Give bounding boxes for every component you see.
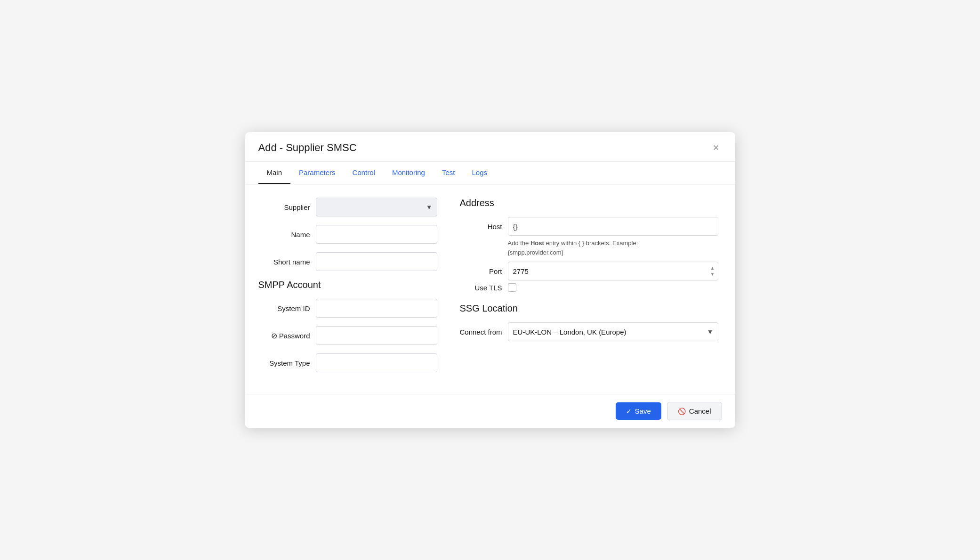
dialog-title: Add - Supplier SMSC xyxy=(258,142,357,154)
port-spinners: ▲ ▼ xyxy=(709,265,716,277)
address-section-title: Address xyxy=(460,198,718,208)
port-decrement-button[interactable]: ▼ xyxy=(709,272,716,277)
supplier-row: Supplier ▼ xyxy=(258,198,437,216)
system-id-label: System ID xyxy=(258,304,310,312)
short-name-row: Short name xyxy=(258,252,437,271)
dialog-footer: ✓ Save 🚫 Cancel xyxy=(245,394,735,428)
close-button[interactable]: × xyxy=(710,142,722,154)
port-input[interactable] xyxy=(508,262,718,280)
password-input[interactable] xyxy=(316,326,437,345)
short-name-input[interactable] xyxy=(316,252,437,271)
use-tls-checkbox[interactable] xyxy=(508,283,516,292)
tab-bar: Main Parameters Control Monitoring Test … xyxy=(245,162,735,184)
supplier-label: Supplier xyxy=(258,203,310,211)
port-label: Port xyxy=(460,267,502,275)
system-type-row: System Type xyxy=(258,353,437,372)
dialog-body: Supplier ▼ Name Short name SMPP Account xyxy=(245,184,735,394)
name-row: Name xyxy=(258,225,437,244)
tab-monitoring[interactable]: Monitoring xyxy=(384,162,434,184)
connect-from-label: Connect from xyxy=(460,328,502,336)
password-label: ⊘ Password xyxy=(258,331,310,340)
connect-from-select[interactable]: EU-UK-LON – London, UK (Europe) EU-DE-FR… xyxy=(508,322,718,341)
eye-slash-icon: ⊘ xyxy=(271,331,277,340)
connect-from-row: Connect from EU-UK-LON – London, UK (Eur… xyxy=(460,322,718,341)
short-name-label: Short name xyxy=(258,258,310,266)
host-hint: Add the Host entry within { } brackets. … xyxy=(508,239,718,257)
ban-icon: 🚫 xyxy=(678,408,686,415)
port-increment-button[interactable]: ▲ xyxy=(709,265,716,271)
name-input[interactable] xyxy=(316,225,437,244)
host-row: Host xyxy=(460,217,718,236)
name-label: Name xyxy=(258,231,310,239)
system-type-input[interactable] xyxy=(316,353,437,372)
tab-parameters[interactable]: Parameters xyxy=(290,162,344,184)
cancel-label: Cancel xyxy=(689,407,711,415)
smpp-account-section-title: SMPP Account xyxy=(258,280,437,290)
supplier-select-wrapper: ▼ xyxy=(316,198,437,216)
tab-main[interactable]: Main xyxy=(258,162,291,184)
connect-from-select-wrapper: EU-UK-LON – London, UK (Europe) EU-DE-FR… xyxy=(508,322,718,341)
tab-test[interactable]: Test xyxy=(434,162,464,184)
host-input[interactable] xyxy=(508,217,718,236)
check-icon: ✓ xyxy=(626,408,632,415)
tab-control[interactable]: Control xyxy=(344,162,384,184)
dialog-header: Add - Supplier SMSC × xyxy=(245,132,735,162)
system-id-input[interactable] xyxy=(316,299,437,318)
password-row: ⊘ Password xyxy=(258,326,437,345)
system-id-row: System ID xyxy=(258,299,437,318)
system-type-label: System Type xyxy=(258,359,310,367)
use-tls-label: Use TLS xyxy=(460,284,502,292)
left-panel: Supplier ▼ Name Short name SMPP Account xyxy=(258,198,437,381)
right-panel: Address Host Add the Host entry within {… xyxy=(460,198,718,381)
save-button[interactable]: ✓ Save xyxy=(616,402,661,420)
tab-logs[interactable]: Logs xyxy=(463,162,496,184)
port-row: Port ▲ ▼ xyxy=(460,262,718,280)
use-tls-row: Use TLS xyxy=(460,283,718,292)
port-wrapper: ▲ ▼ xyxy=(508,262,718,280)
cancel-button[interactable]: 🚫 Cancel xyxy=(667,402,722,420)
save-label: Save xyxy=(635,407,651,415)
ssg-location-section-title: SSG Location xyxy=(460,303,718,314)
add-supplier-smsc-dialog: Add - Supplier SMSC × Main Parameters Co… xyxy=(245,132,735,428)
supplier-select[interactable] xyxy=(316,198,437,216)
host-label: Host xyxy=(460,223,502,231)
